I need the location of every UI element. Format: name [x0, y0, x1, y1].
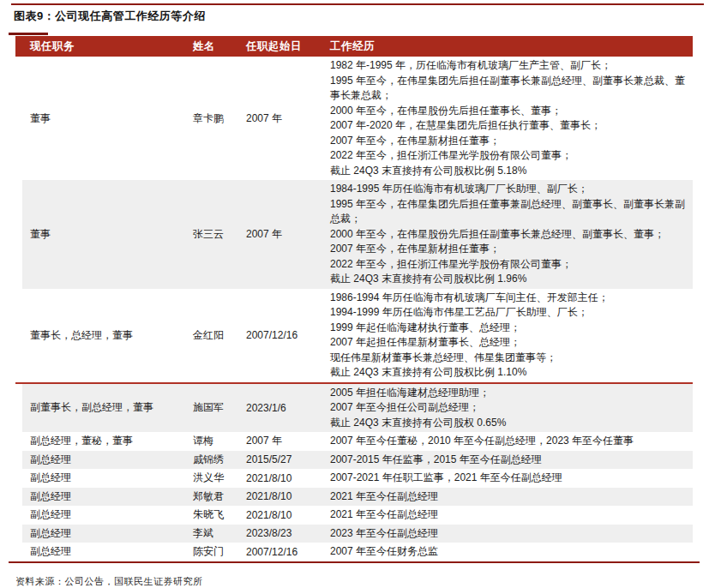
cell-position: 副总经理 — [22, 507, 193, 522]
experience-line: 2021 年至今任副总经理 — [330, 507, 693, 523]
cell-start-date: 2007 年 — [246, 434, 330, 448]
cell-experience: 2023 年至今任副总经理 — [330, 525, 693, 543]
table-row: 副董事长，副总经理，董事 施国军 2023/1/6 2005 年担任临海建材总经… — [22, 384, 693, 433]
experience-line: 1994-1999 年历任临海市伟星工艺品厂厂长助理、厂长； — [330, 305, 693, 321]
table-row: 董事长，总经理，董事 金红阳 2007/12/16 1986-1994 年历任临… — [22, 289, 693, 382]
experience-line: 2007 年至今任董秘，2010 年至今任副总经理，2023 年至今任董事 — [330, 434, 693, 449]
cell-start-date: 2023/8/23 — [246, 527, 330, 539]
experience-line: 截止 24Q3 末直接持有公司股权比例 5.18% — [330, 164, 693, 179]
top-rule — [11, 3, 704, 5]
column-header-position: 现任职务 — [15, 39, 193, 54]
experience-line: 1995 年至今，在伟星集团先后担任副董事长兼副总经理、副董事长兼总裁、董事长兼… — [330, 74, 693, 104]
header-accent-bar — [9, 33, 48, 35]
cell-start-date: 2007/12/16 — [246, 546, 330, 558]
cell-name: 朱晓飞 — [193, 507, 246, 522]
experience-line: 2007-2021 年任职工监事，2021 年至今任副总经理 — [330, 471, 693, 486]
experience-line: 1995 年至今，在伟星集团先后担任董事兼副总经理、副董事长、副董事长兼副总裁； — [330, 197, 693, 227]
experience-line: 2022 年至今，担任浙江伟星光学股份有限公司董事； — [330, 257, 693, 273]
experience-line: 2007 年-2020 年，在慧星集团先后担任执行董事、董事长； — [330, 118, 693, 134]
cell-name: 金红阳 — [193, 328, 246, 343]
cell-start-date: 2021/8/10 — [246, 472, 330, 484]
experience-line: 截止 24Q3 末直接持有公司股权比例 1.96% — [330, 272, 693, 287]
table-bottom-rule — [9, 561, 700, 563]
table-row: 副总经理 洪义华 2021/8/10 2007-2021 年任职工监事，2021… — [22, 469, 693, 488]
cell-position: 副总经理 — [22, 453, 193, 467]
table-row: 副总经理 郑敏君 2021/8/10 2021 年至今任副总经理 — [22, 488, 693, 507]
experience-line: 2007 年至今任财务总监 — [330, 544, 693, 560]
experience-line: 2021 年至今任副总经理 — [330, 489, 693, 505]
experience-line: 现任伟星新材董事长兼总经理、伟星集团董事等； — [330, 351, 693, 366]
table-row: 副总经理 陈安门 2007/12/16 2007 年至今任财务总监 — [22, 543, 693, 561]
cell-position: 副总经理 — [22, 471, 193, 485]
cell-position: 副总经理 — [22, 489, 193, 504]
cell-start-date: 2015/5/27 — [246, 453, 330, 465]
experience-line: 1982 年-1995 年，历任临海市有机玻璃厂生产主管、副厂长； — [330, 58, 693, 74]
cell-experience: 1986-1994 年历任临海市有机玻璃厂车间主任、开发部主任；1994-199… — [330, 289, 693, 382]
experience-line: 2005 年担任临海建材总经理助理； — [330, 386, 693, 401]
cell-name: 谭梅 — [193, 434, 246, 448]
cell-experience: 2007 年至今任财务总监 — [330, 543, 693, 561]
experience-line: 2007 年至今，在伟星新材担任董事； — [330, 134, 693, 149]
experience-line: 2000 年至今，在伟星股份先后担任董事长、董事； — [330, 104, 693, 119]
cell-name: 张三云 — [193, 227, 246, 242]
cell-position: 副总经理 — [22, 544, 193, 559]
cell-experience: 1984-1995 年历任临海市有机玻璃厂厂长助理、副厂长；1995 年至今，在… — [330, 180, 693, 289]
cell-position: 副董事长，副总经理，董事 — [22, 400, 193, 415]
cell-position: 副总经理，董秘，董事 — [22, 434, 193, 448]
table-row: 副总经理 李斌 2023/8/23 2023 年至今任副总经理 — [22, 525, 693, 543]
cell-name: 戚锦绣 — [193, 453, 246, 467]
cell-experience: 2007-2015 年任监事，2015 年至今任副总经理 — [330, 451, 693, 470]
cell-name: 洪义华 — [193, 471, 246, 485]
cell-name: 郑敏君 — [193, 489, 246, 504]
cell-start-date: 2021/8/10 — [246, 509, 330, 521]
cell-experience: 2021 年至今任副总经理 — [330, 506, 693, 525]
experience-line: 截止 24Q3 末直接持有公司股权比例 1.10% — [330, 365, 693, 381]
cell-name: 施国军 — [193, 400, 246, 415]
cell-position: 董事 — [22, 111, 193, 126]
table-row: 董事 章卡鹏 2007 年 1982 年-1995 年，历任临海市有机玻璃厂生产… — [22, 57, 693, 180]
table-body: 董事 章卡鹏 2007 年 1982 年-1995 年，历任临海市有机玻璃厂生产… — [15, 57, 693, 561]
cell-name: 李斌 — [193, 526, 246, 541]
column-header-name: 姓名 — [193, 39, 246, 54]
table-header-row: 现任职务 姓名 任职起始日 工作经历 — [15, 36, 693, 57]
figure-title: 图表9：公司现任高管工作经历等介绍 — [14, 9, 206, 24]
cell-experience: 1982 年-1995 年，历任临海市有机玻璃厂生产主管、副厂长；1995 年至… — [330, 57, 693, 180]
experience-line: 截止 24Q3 末直接持有公司股权 0.65% — [330, 416, 693, 431]
cell-position: 董事长，总经理，董事 — [22, 328, 193, 343]
experience-line: 2023 年至今任副总经理 — [330, 526, 693, 542]
executives-table: 现任职务 姓名 任职起始日 工作经历 董事 章卡鹏 2007 年 1982 年-… — [15, 33, 693, 563]
experience-line: 2007 年起担任伟星新材董事长、总经理； — [330, 335, 693, 351]
cell-position: 董事 — [22, 227, 193, 242]
table-row: 副总经理 朱晓飞 2021/8/10 2021 年至今任副总经理 — [22, 506, 693, 525]
experience-line: 2007 年至今担任公司副总经理； — [330, 400, 693, 416]
experience-line: 2022 年至今，担任浙江伟星光学股份有限公司董事； — [330, 148, 693, 164]
cell-position: 副总经理 — [22, 526, 193, 541]
cell-name: 章卡鹏 — [193, 111, 246, 126]
table-row: 副总经理，董秘，董事 谭梅 2007 年 2007 年至今任董秘，2010 年至… — [22, 432, 693, 451]
cell-start-date: 2021/8/10 — [246, 490, 330, 502]
cell-experience: 2021 年至今任副总经理 — [330, 488, 693, 507]
cell-start-date: 2007 年 — [246, 227, 330, 242]
cell-experience: 2007 年至今任董秘，2010 年至今任副总经理，2023 年至今任董事 — [330, 432, 693, 451]
report-figure: 图表9：公司现任高管工作经历等介绍 现任职务 姓名 任职起始日 工作经历 董事 … — [0, 0, 715, 588]
cell-experience: 2005 年担任临海建材总经理助理；2007 年至今担任公司副总经理；截止 24… — [330, 384, 693, 433]
experience-line: 2007 年至今，在伟星新材担任董事； — [330, 242, 693, 257]
table-row: 董事 张三云 2007 年 1984-1995 年历任临海市有机玻璃厂厂长助理、… — [22, 180, 693, 289]
experience-line: 2007-2015 年任监事，2015 年至今任副总经理 — [330, 453, 693, 468]
cell-experience: 2007-2021 年任职工监事，2021 年至今任副总经理 — [330, 469, 693, 488]
table-row: 副总经理 戚锦绣 2015/5/27 2007-2015 年任监事，2015 年… — [22, 451, 693, 470]
experience-line: 1984-1995 年历任临海市有机玻璃厂厂长助理、副厂长； — [330, 182, 693, 197]
cell-start-date: 2007 年 — [246, 111, 330, 126]
cell-name: 陈安门 — [193, 544, 246, 559]
source-note: 资料来源：公司公告，国联民生证券研究所 — [15, 575, 203, 588]
column-header-experience: 工作经历 — [330, 39, 693, 54]
experience-line: 2000 年至今，在伟星股份先后担任副董事长兼总经理、副董事长、董事； — [330, 227, 693, 243]
cell-start-date: 2023/1/6 — [246, 402, 330, 414]
cell-start-date: 2007/12/16 — [246, 329, 330, 341]
experience-line: 1999 年起任临海建材执行董事、总经理； — [330, 321, 693, 336]
column-header-start-date: 任职起始日 — [246, 39, 330, 54]
experience-line: 1986-1994 年历任临海市有机玻璃厂车间主任、开发部主任； — [330, 291, 693, 306]
